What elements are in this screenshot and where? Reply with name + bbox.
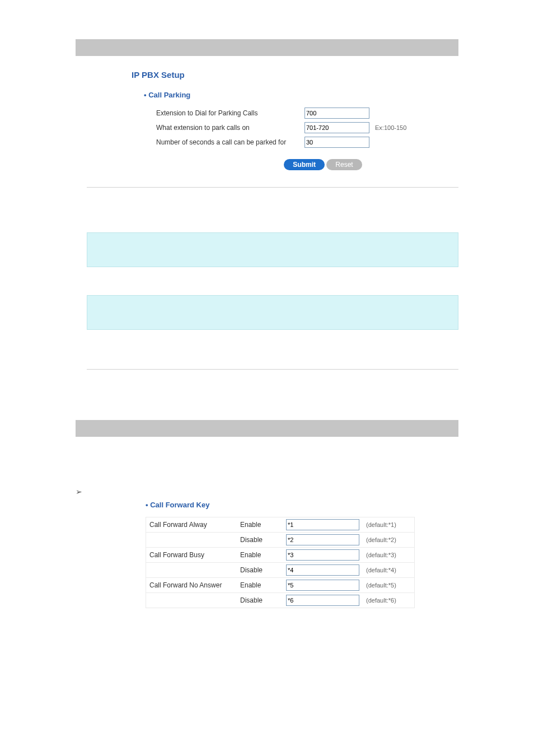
cfk-stat: Disable	[237, 593, 283, 608]
page-title: IP PBX Setup	[132, 70, 458, 80]
cfk-stat: Enable	[237, 578, 283, 593]
table-row: Call Forward Alway Enable (default:*1)	[146, 517, 415, 533]
gray-band-mid	[76, 420, 458, 437]
cfk-default: (default:*4)	[363, 563, 415, 578]
call-parking-subhead: Call Parking	[144, 91, 458, 99]
gray-band-top	[76, 39, 458, 56]
cfk-name	[146, 593, 237, 608]
cfk-table: Call Forward Alway Enable (default:*1) D…	[146, 517, 415, 608]
cfk-default: (default:*1)	[363, 517, 415, 533]
cfk-input[interactable]	[286, 595, 359, 606]
cfk-default: (default:*5)	[363, 578, 415, 593]
table-row: Disable (default:*6)	[146, 593, 415, 608]
table-row: Call Forward No Answer Enable (default:*…	[146, 578, 415, 593]
row-ext-dial: Extension to Dial for Parking Calls	[156, 108, 458, 119]
cfk-name: Call Forward No Answer	[146, 578, 237, 593]
cfk-default: (default:*2)	[363, 533, 415, 548]
table-row: Disable (default:*4)	[146, 563, 415, 578]
cfk-default: (default:*6)	[363, 593, 415, 608]
reset-button[interactable]: Reset	[326, 159, 362, 170]
cfk-stat: Enable	[237, 517, 283, 533]
cfk-input[interactable]	[286, 534, 359, 545]
row-ext-park: What extension to park calls on Ex:100-1…	[156, 122, 458, 133]
input-seconds[interactable]	[305, 137, 369, 148]
cfk-input[interactable]	[286, 564, 359, 576]
cfk-name: Call Forward Alway	[146, 517, 237, 533]
button-row: Submit Reset	[132, 159, 458, 170]
cfk-title: Call Forward Key	[146, 501, 458, 509]
row-seconds: Number of seconds a call can be parked f…	[156, 137, 458, 148]
cfk-input[interactable]	[286, 580, 359, 591]
cfk-default: (default:*3)	[363, 548, 415, 563]
label-ext-park: What extension to park calls on	[156, 124, 305, 132]
cfk-name	[146, 563, 237, 578]
cfk-stat: Enable	[237, 548, 283, 563]
label-seconds: Number of seconds a call can be parked f…	[156, 138, 305, 146]
label-ext-dial: Extension to Dial for Parking Calls	[156, 109, 305, 117]
hint-ext-park: Ex:100-150	[375, 124, 406, 131]
cfk-stat: Disable	[237, 533, 283, 548]
table-row: Call Forward Busy Enable (default:*3)	[146, 548, 415, 563]
input-ext-dial[interactable]	[305, 108, 369, 119]
divider-1	[87, 187, 458, 188]
cfk-input[interactable]	[286, 519, 359, 530]
input-ext-park[interactable]	[305, 122, 369, 133]
call-forward-key-section: Call Forward Key Call Forward Alway Enab…	[146, 501, 458, 608]
arrow-icon: ➢	[76, 487, 534, 496]
cfk-input[interactable]	[286, 549, 359, 561]
note-box-1	[87, 232, 458, 267]
cfk-name: Call Forward Busy	[146, 548, 237, 563]
note-box-2	[87, 295, 458, 330]
ippbx-setup-section: IP PBX Setup Call Parking Extension to D…	[132, 70, 458, 170]
cfk-stat: Disable	[237, 563, 283, 578]
cfk-name	[146, 533, 237, 548]
divider-2	[87, 369, 458, 370]
submit-button[interactable]: Submit	[284, 159, 325, 170]
table-row: Disable (default:*2)	[146, 533, 415, 548]
